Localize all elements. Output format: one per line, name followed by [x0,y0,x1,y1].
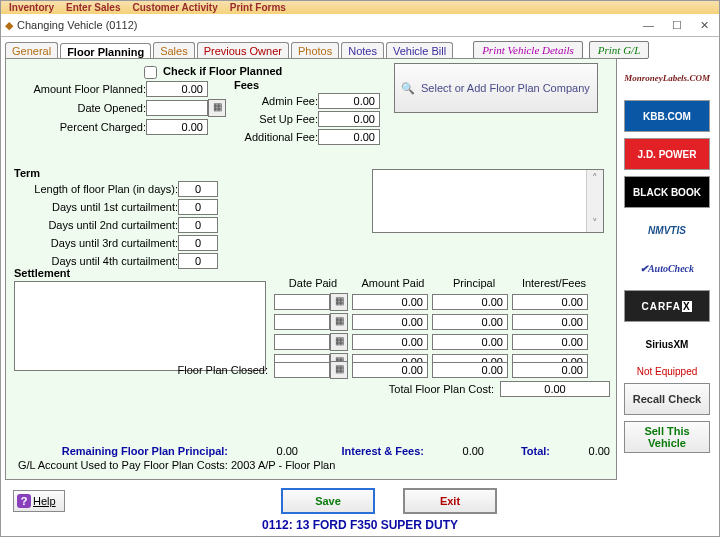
closed-principal-input[interactable] [432,362,508,378]
select-floor-plan-company-button[interactable]: 🔍 Select or Add Floor Plan Company [394,63,598,113]
kbb-button[interactable]: KBB.COM [624,100,710,132]
menu-enter-sales[interactable]: Enter Sales [66,2,120,14]
setup-fee-input[interactable] [318,111,380,127]
label-additional-fee: Additional Fee: [234,131,318,143]
sell-this-vehicle-button[interactable]: Sell This Vehicle [624,421,710,453]
col-date-paid: Date Paid [274,277,352,289]
label-admin-fee: Admin Fee: [234,95,318,107]
nmvtis-button[interactable]: NMVTIS [624,214,710,246]
value-interest-fees: 0.00 [424,445,484,457]
fees-label: Fees [234,79,380,91]
row2-amount-input[interactable] [352,314,428,330]
save-button[interactable]: Save [281,488,375,514]
row1-date-input[interactable] [274,294,330,310]
menu-inventory[interactable]: Inventory [9,2,54,14]
tab-vehicle-bill[interactable]: Vehicle Bill [386,42,453,59]
calendar-icon[interactable]: ▦ [208,99,226,117]
label-total-cost: Total Floor Plan Cost: [366,383,494,395]
tab-sales[interactable]: Sales [153,42,195,59]
row2-date-input[interactable] [274,314,330,330]
additional-fee-input[interactable] [318,129,380,145]
autocheck-button[interactable]: ✔AutoCheck [624,252,710,284]
label-total: Total: [500,445,550,457]
row2-principal-input[interactable] [432,314,508,330]
search-icon: 🔍 [401,82,415,95]
row3-principal-input[interactable] [432,334,508,350]
col-interest-fees: Interest/Fees [514,277,594,289]
monroney-labels-button[interactable]: MonroneyLabels.COM [624,62,710,94]
help-icon: ? [17,494,31,508]
row3-interest-input[interactable] [512,334,588,350]
recall-check-button[interactable]: Recall Check [624,383,710,415]
tab-notes[interactable]: Notes [341,42,384,59]
curtailment1-input[interactable] [178,199,218,215]
label-percent: Percent Charged: [6,121,146,133]
calendar-icon[interactable]: ▦ [330,333,348,351]
label-c4: Days until 4th curtailment: [14,255,178,267]
closed-interest-input[interactable] [512,362,588,378]
col-principal: Principal [434,277,514,289]
label-date-opened: Date Opened: [6,102,146,114]
window-title: Changing Vehicle (0112) [17,19,643,31]
row3-date-input[interactable] [274,334,330,350]
help-button[interactable]: ? Help [13,490,65,512]
calendar-icon[interactable]: ▦ [330,361,348,379]
length-input[interactable] [178,181,218,197]
amount-floor-planned-input[interactable] [146,81,208,97]
label-c1: Days until 1st curtailment: [14,201,178,213]
help-label: Help [33,495,56,507]
label-amount: Amount Floor Planned: [6,83,146,95]
black-book-button[interactable]: BLACK BOOK [624,176,710,208]
label-c3: Days until 3rd curtailment: [14,237,178,249]
menu-customer-activity[interactable]: Customer Activity [133,2,218,14]
app-icon: ◆ [5,19,13,32]
closed-amount-input[interactable] [352,362,428,378]
label-interest-fees: Interest & Fees: [314,445,424,457]
carfax-button[interactable]: CARFAX [624,290,710,322]
close-button[interactable]: ✕ [700,19,709,32]
menu-print-forms[interactable]: Print Forms [230,2,286,14]
maximize-button[interactable]: ☐ [672,19,682,32]
curtailment2-input[interactable] [178,217,218,233]
row3-amount-input[interactable] [352,334,428,350]
col-amount-paid: Amount Paid [352,277,434,289]
admin-fee-input[interactable] [318,93,380,109]
label-remaining: Remaining Floor Plan Principal: [18,445,228,457]
value-remaining: 0.00 [228,445,298,457]
settlement-listbox[interactable] [14,281,266,371]
row1-principal-input[interactable] [432,294,508,310]
closed-date-input[interactable] [274,362,330,378]
calendar-icon[interactable]: ▦ [330,293,348,311]
minimize-button[interactable]: — [643,19,654,32]
gl-account-label: G/L Account Used to Pay Floor Plan Costs… [18,459,335,471]
exit-button[interactable]: Exit [403,488,497,514]
status-line: 0112: 13 FORD F350 SUPER DUTY [1,518,719,532]
tab-previous-owner[interactable]: Previous Owner [197,42,289,59]
scrollbar[interactable]: ˄˅ [586,170,603,232]
total-cost-input[interactable] [500,381,610,397]
row2-interest-input[interactable] [512,314,588,330]
not-equipped-label: Not Equipped [637,366,698,377]
scroll-down-icon[interactable]: ˅ [592,217,598,230]
curtailment3-input[interactable] [178,235,218,251]
notes-textarea[interactable]: ˄˅ [372,169,604,233]
calendar-icon[interactable]: ▦ [330,313,348,331]
tab-photos[interactable]: Photos [291,42,339,59]
value-total: 0.00 [550,445,610,457]
print-gl-button[interactable]: Print G/L [589,41,649,59]
jdpower-button[interactable]: J.D. POWER [624,138,710,170]
row1-interest-input[interactable] [512,294,588,310]
date-opened-input[interactable] [146,100,208,116]
select-company-label: Select or Add Floor Plan Company [421,82,590,94]
percent-charged-input[interactable] [146,119,208,135]
check-floor-planned-label: Check if Floor Planned [163,65,282,77]
label-closed: Floor Plan Closed: [164,364,268,376]
scroll-up-icon[interactable]: ˄ [592,172,598,185]
label-c2: Days until 2nd curtailment: [14,219,178,231]
print-vehicle-details-button[interactable]: Print Vehicle Details [473,41,583,59]
row1-amount-input[interactable] [352,294,428,310]
siriusxm-button[interactable]: SiriusXM [624,328,710,360]
check-floor-planned[interactable] [144,66,157,79]
tab-general[interactable]: General [5,42,58,59]
label-length: Length of floor Plan (in days): [14,183,178,195]
